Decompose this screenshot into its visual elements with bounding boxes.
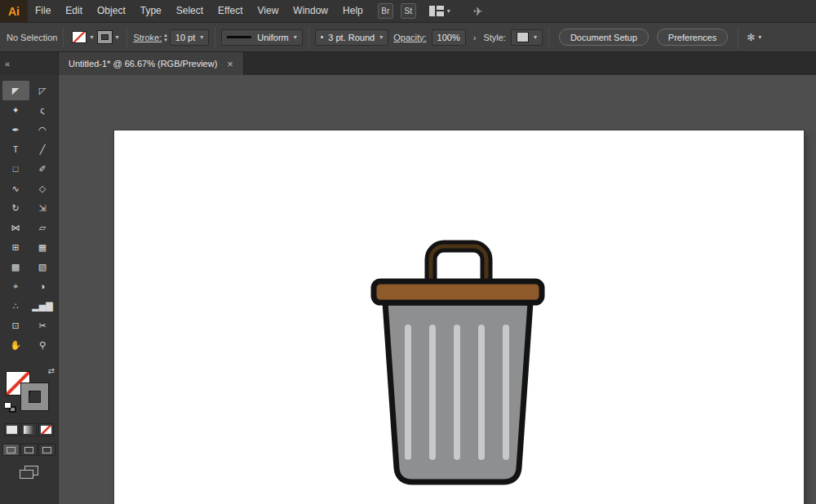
opacity-panel-link[interactable]: Opacity: xyxy=(393,33,426,42)
brush-value: 3 pt. Round xyxy=(328,33,375,42)
shaper-tool[interactable]: ∿ xyxy=(2,179,29,198)
stroke-color-control[interactable]: ▾ xyxy=(98,31,118,43)
document-setup-button[interactable]: Document Setup xyxy=(559,29,649,46)
select-similar-icon: ✻ xyxy=(747,32,755,43)
divider xyxy=(63,27,64,48)
chevron-down-icon: ▾ xyxy=(90,33,93,41)
collapse-panel-button[interactable]: « xyxy=(5,59,10,69)
blend-tool[interactable]: ◑ xyxy=(29,276,56,296)
canvas-pasteboard[interactable] xyxy=(59,75,816,504)
selection-tool[interactable]: ◤ xyxy=(2,81,29,100)
document-tab[interactable]: Untitled-1* @ 66.67% (RGB/Preview) × xyxy=(59,52,244,75)
line-segment-tool[interactable]: ╱ xyxy=(29,139,56,159)
menu-edit[interactable]: Edit xyxy=(58,0,90,22)
opacity-input[interactable]: 100% xyxy=(432,29,466,46)
gradient-tool[interactable]: ▧ xyxy=(29,257,56,276)
tab-row: « Untitled-1* @ 66.67% (RGB/Preview) × xyxy=(0,52,816,75)
color-mode-icon xyxy=(7,426,17,434)
opacity-options-button[interactable]: › xyxy=(469,33,481,42)
stroke-swatch-indicator[interactable] xyxy=(21,383,48,410)
curvature-tool[interactable]: ◠ xyxy=(29,120,56,139)
chevron-down-icon: ▾ xyxy=(758,33,761,41)
rotate-tool[interactable]: ↻ xyxy=(2,198,29,218)
style-select[interactable]: ▾ xyxy=(511,29,543,46)
preferences-button[interactable]: Preferences xyxy=(657,29,728,46)
fill-none-swatch xyxy=(72,31,86,43)
direct-selection-tool[interactable]: ◸ xyxy=(29,81,56,100)
divider xyxy=(215,27,215,48)
workspace-switcher[interactable]: ▾ xyxy=(429,6,450,16)
column-graph-tool[interactable]: ▂▅▇ xyxy=(29,296,56,316)
swap-fill-stroke-icon[interactable]: ⇄ xyxy=(48,366,55,375)
lasso-tool[interactable]: ς xyxy=(29,100,56,120)
draw-inside-icon xyxy=(42,447,51,453)
default-fill-stroke-icon[interactable] xyxy=(4,402,17,413)
share-icon[interactable]: ✈ xyxy=(473,5,483,18)
brush-select[interactable]: • 3 pt. Round ▾ xyxy=(315,29,388,46)
brush-preview-icon: • xyxy=(321,33,324,42)
menu-help[interactable]: Help xyxy=(335,0,370,22)
eyedropper-tool[interactable]: ⌖ xyxy=(2,276,29,296)
mesh-tool[interactable]: ▩ xyxy=(2,257,29,276)
stroke-weight-stepper[interactable]: ▴ ▾ xyxy=(164,33,167,42)
rectangle-tool[interactable]: □ xyxy=(2,159,29,179)
paintbrush-tool[interactable]: ✐ xyxy=(29,159,56,179)
menu-view[interactable]: View xyxy=(251,0,286,22)
eraser-tool[interactable]: ◇ xyxy=(29,179,56,198)
close-tab-icon[interactable]: × xyxy=(227,58,233,70)
type-tool[interactable]: T xyxy=(2,139,29,159)
stock-button[interactable]: St xyxy=(401,3,416,19)
free-transform-tool[interactable]: ▱ xyxy=(29,218,56,237)
screen-mode-icon xyxy=(20,470,33,479)
zoom-tool[interactable]: ⚲ xyxy=(29,335,56,355)
workspace-layout-icon xyxy=(429,6,444,16)
style-label: Style: xyxy=(483,33,506,42)
hand-tool[interactable]: ✋ xyxy=(2,335,29,355)
width-profile-select[interactable]: Uniform ▾ xyxy=(221,29,303,46)
draw-normal-button[interactable] xyxy=(2,444,20,456)
symbol-sprayer-tool[interactable]: ∴ xyxy=(2,296,29,316)
none-mode-button[interactable] xyxy=(38,423,54,436)
menu-type[interactable]: Type xyxy=(133,0,169,22)
gradient-mode-button[interactable] xyxy=(21,423,37,436)
draw-normal-icon xyxy=(7,447,16,453)
divider xyxy=(738,27,738,48)
menu-file[interactable]: File xyxy=(28,0,58,22)
perspective-grid-tool[interactable]: ▦ xyxy=(29,237,56,257)
magic-wand-tool[interactable]: ✦ xyxy=(2,100,29,120)
fill-stroke-control: ⇄ xyxy=(4,368,55,415)
slice-tool[interactable]: ✂ xyxy=(29,316,56,335)
divider xyxy=(126,27,127,48)
trash-can-artwork xyxy=(359,237,555,504)
tools-panel: ◤◸✦ς✒◠T╱□✐∿◇↻⇲⋈▱⊞▦▩▧⌖◑∴▂▅▇⊡✂✋⚲ ⇄ xyxy=(0,75,59,504)
stroke-weight-select[interactable]: 10 pt ▾ xyxy=(170,29,209,46)
scale-tool[interactable]: ⇲ xyxy=(29,198,56,218)
shape-builder-tool[interactable]: ⊞ xyxy=(2,237,29,257)
draw-behind-button[interactable] xyxy=(20,444,38,456)
bridge-button[interactable]: Br xyxy=(378,3,393,19)
screen-mode-button[interactable] xyxy=(17,464,42,480)
gradient-mode-icon xyxy=(24,426,34,434)
artboard-tool[interactable]: ⊡ xyxy=(2,316,29,335)
menu-effect[interactable]: Effect xyxy=(211,0,250,22)
stroke-panel-link[interactable]: Stroke: xyxy=(133,33,162,42)
tools-grid: ◤◸✦ς✒◠T╱□✐∿◇↻⇲⋈▱⊞▦▩▧⌖◑∴▂▅▇⊡✂✋⚲ xyxy=(0,75,58,355)
draw-inside-button[interactable] xyxy=(38,444,55,456)
select-similar-control[interactable]: ✻ ▾ xyxy=(747,32,761,43)
menu-object[interactable]: Object xyxy=(90,0,133,22)
app-logo[interactable]: Ai xyxy=(0,0,28,22)
artboard[interactable] xyxy=(114,130,804,504)
menu-bar: Ai FileEditObjectTypeSelectEffectViewWin… xyxy=(0,0,816,23)
pen-tool[interactable]: ✒ xyxy=(2,120,29,139)
fill-color-control[interactable]: ▾ xyxy=(72,31,93,43)
draw-behind-icon xyxy=(24,447,33,453)
trash-lid[interactable] xyxy=(374,281,542,303)
menu-select[interactable]: Select xyxy=(169,0,211,22)
menubar-items: FileEditObjectTypeSelectEffectViewWindow… xyxy=(28,0,370,22)
color-mode-button[interactable] xyxy=(4,423,20,436)
document-tab-title: Untitled-1* @ 66.67% (RGB/Preview) xyxy=(69,59,217,69)
width-tool[interactable]: ⋈ xyxy=(2,218,29,237)
menu-window[interactable]: Window xyxy=(286,0,335,22)
none-mode-icon xyxy=(41,426,51,434)
chevron-down-icon: ▾ xyxy=(294,33,297,41)
